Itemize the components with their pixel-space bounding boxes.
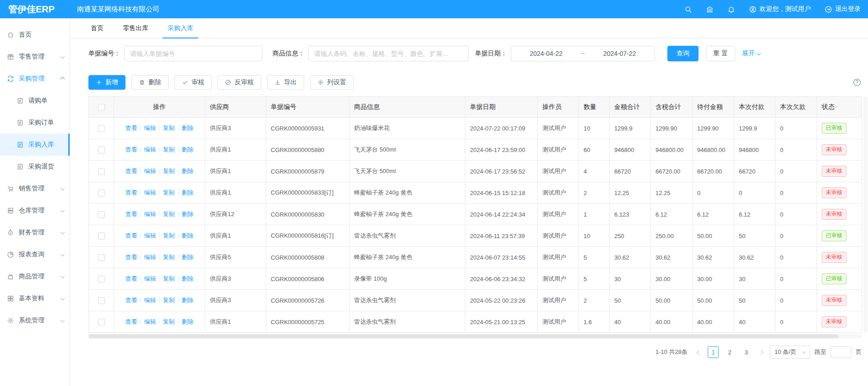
copy-link[interactable]: 复制 — [163, 254, 175, 261]
row-checkbox[interactable] — [98, 319, 105, 326]
copy-link[interactable]: 复制 — [163, 146, 175, 153]
select-all-checkbox[interactable] — [98, 104, 105, 111]
row-checkbox[interactable] — [98, 168, 105, 175]
toolbar-button[interactable]: 反审核 — [218, 75, 261, 90]
edit-link[interactable]: 编辑 — [144, 232, 156, 239]
toolbar-button[interactable]: 导出 — [267, 75, 304, 90]
sidebar-item[interactable]: 采购管理 — [0, 68, 70, 90]
sidebar-item[interactable]: 仓库管理 — [0, 200, 70, 222]
view-link[interactable]: 查看 — [126, 232, 137, 239]
sidebar-item[interactable]: 采购退货 — [0, 156, 70, 178]
date-range-picker[interactable]: 2024-04-22 ~ 2024-07-22 — [511, 46, 655, 61]
delete-link[interactable]: 删除 — [182, 297, 194, 304]
search-button[interactable]: 查询 — [667, 46, 699, 61]
edit-link[interactable]: 编辑 — [144, 297, 156, 304]
edit-link[interactable]: 编辑 — [144, 211, 156, 217]
edit-link[interactable]: 编辑 — [144, 254, 156, 261]
horizontal-scrollbar[interactable] — [88, 334, 862, 338]
user-menu[interactable]: 欢迎您，测试用户 — [749, 5, 811, 13]
delete-link[interactable]: 删除 — [182, 232, 194, 239]
delete-link[interactable]: 删除 — [182, 189, 194, 196]
help-button[interactable] — [852, 78, 862, 87]
expand-link[interactable]: 展开 — [742, 49, 760, 58]
vertical-scrollbar[interactable] — [863, 96, 868, 332]
view-link[interactable]: 查看 — [126, 189, 137, 196]
copy-link[interactable]: 复制 — [163, 189, 175, 196]
prev-page-button[interactable] — [693, 346, 704, 358]
row-checkbox[interactable] — [98, 276, 105, 283]
delete-link[interactable]: 删除 — [182, 146, 194, 153]
edit-link[interactable]: 编辑 — [144, 275, 156, 282]
edit-link[interactable]: 编辑 — [144, 318, 156, 325]
sidebar-item[interactable]: 销售管理 — [0, 178, 70, 200]
edit-link[interactable]: 编辑 — [144, 146, 156, 153]
sidebar-item[interactable]: 系统管理 — [0, 310, 70, 332]
view-link[interactable]: 查看 — [126, 254, 137, 261]
next-page-button[interactable] — [756, 346, 766, 358]
delete-link[interactable]: 删除 — [182, 318, 194, 325]
sidebar-item[interactable]: 首页 — [0, 24, 70, 46]
view-link[interactable]: 查看 — [126, 168, 137, 174]
sidebar-item[interactable]: 财务管理 — [0, 222, 70, 244]
sidebar-item[interactable]: 基本资料 — [0, 288, 70, 310]
row-checkbox[interactable] — [98, 190, 105, 196]
row-checkbox[interactable] — [98, 125, 105, 132]
page-number[interactable]: 1 — [708, 346, 719, 358]
row-checkbox[interactable] — [98, 147, 105, 153]
tab[interactable]: 零售出库 — [113, 18, 158, 38]
page-size-select[interactable]: 10 条/页 — [770, 346, 810, 359]
scrollbar-thumb[interactable] — [88, 334, 838, 338]
toolbar-button[interactable]: 删除 — [131, 75, 169, 90]
sidebar-item[interactable]: 采购入库 — [0, 134, 70, 156]
copy-link[interactable]: 复制 — [163, 211, 175, 217]
view-link[interactable]: 查看 — [126, 318, 137, 325]
copy-link[interactable]: 复制 — [163, 232, 175, 239]
date-to[interactable]: 2024-07-22 — [603, 50, 636, 57]
delete-link[interactable]: 删除 — [182, 211, 194, 217]
bill-no-input[interactable] — [124, 46, 262, 61]
edit-link[interactable]: 编辑 — [144, 189, 156, 196]
bank-icon[interactable] — [706, 5, 714, 13]
copy-link[interactable]: 复制 — [163, 125, 175, 131]
copy-link[interactable]: 复制 — [163, 318, 175, 325]
tab[interactable]: 采购入库 — [158, 18, 203, 38]
sidebar-item[interactable]: 采购订单 — [0, 112, 70, 134]
view-link[interactable]: 查看 — [126, 275, 137, 282]
copy-link[interactable]: 复制 — [163, 168, 175, 174]
view-link[interactable]: 查看 — [126, 146, 137, 153]
toolbar-button[interactable]: 列设置 — [310, 75, 354, 90]
sidebar-item[interactable]: 报表查询 — [0, 244, 70, 266]
row-checkbox[interactable] — [98, 211, 105, 218]
toolbar-button[interactable]: 新增 — [88, 75, 126, 90]
edit-link[interactable]: 编辑 — [144, 168, 156, 174]
sidebar-item-icon — [16, 119, 24, 126]
logout-button[interactable]: 退出登录 — [824, 5, 861, 13]
page-number[interactable]: 3 — [741, 346, 752, 358]
jump-page-input[interactable] — [830, 346, 852, 358]
search-icon[interactable] — [684, 5, 692, 13]
sidebar-item[interactable]: 请购单 — [0, 90, 70, 112]
row-checkbox[interactable] — [98, 233, 105, 239]
delete-link[interactable]: 删除 — [182, 254, 194, 261]
col-header-payable: 待付金额 — [693, 97, 734, 118]
bell-icon[interactable] — [727, 5, 735, 13]
delete-link[interactable]: 删除 — [182, 168, 194, 174]
tab[interactable]: 首页 — [81, 18, 113, 38]
copy-link[interactable]: 复制 — [163, 275, 175, 282]
page-number[interactable]: 2 — [724, 346, 735, 358]
reset-button[interactable]: 重 置 — [706, 46, 735, 61]
delete-link[interactable]: 删除 — [182, 275, 194, 282]
edit-link[interactable]: 编辑 — [144, 125, 156, 131]
date-from[interactable]: 2024-04-22 — [530, 50, 562, 57]
view-link[interactable]: 查看 — [126, 125, 137, 131]
product-input[interactable] — [308, 46, 469, 61]
row-checkbox[interactable] — [98, 297, 105, 304]
sidebar-item[interactable]: 零售管理 — [0, 46, 70, 68]
row-checkbox[interactable] — [98, 254, 105, 261]
toolbar-button[interactable]: 审核 — [175, 75, 212, 90]
delete-link[interactable]: 删除 — [182, 125, 194, 131]
sidebar-item[interactable]: 商品管理 — [0, 266, 70, 288]
copy-link[interactable]: 复制 — [163, 297, 175, 304]
view-link[interactable]: 查看 — [126, 297, 137, 304]
view-link[interactable]: 查看 — [126, 211, 137, 217]
